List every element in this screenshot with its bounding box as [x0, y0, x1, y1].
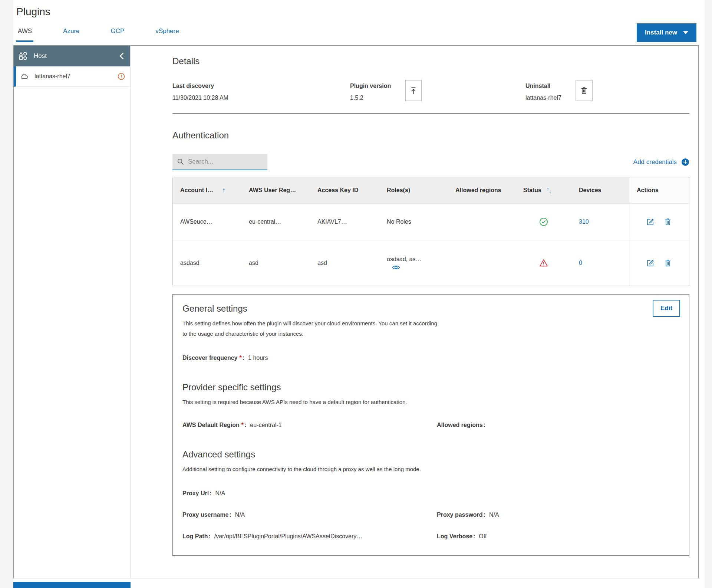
uninstall-value: lattanas-rhel7 — [525, 95, 561, 101]
cell-access-key: AKIAVL7… — [310, 204, 379, 240]
sidebar: Host lattanas-rhel7 — [14, 46, 131, 578]
credentials-table-header: Account I… ↑ AWS User Reg… Access Key ID… — [173, 177, 689, 203]
col-header-access-key: Access Key ID — [310, 177, 379, 203]
eye-icon[interactable] — [392, 265, 400, 270]
cell-status — [516, 240, 571, 286]
add-circle-icon — [681, 158, 689, 166]
cell-actions — [629, 204, 689, 240]
discover-frequency-field: Discover frequency*:1 hours — [182, 355, 679, 361]
roles-text: asdsad, as… — [387, 256, 421, 263]
sidebar-header: Host — [14, 46, 130, 66]
aws-default-region-field: AWS Default Region*:eu-central-1 — [182, 422, 437, 428]
discover-frequency-value: 1 hours — [248, 355, 268, 361]
general-settings-description: This setting defines how often the plugi… — [182, 318, 438, 339]
tab-azure[interactable]: Azure — [62, 27, 81, 42]
advanced-settings-heading: Advanced settings — [182, 449, 679, 460]
col-header-roles: Roles(s) — [379, 177, 448, 203]
cell-roles: No Roles — [379, 204, 448, 240]
last-discovery-value: 11/30/2021 10:28 AM — [172, 95, 228, 101]
trash-icon — [580, 86, 588, 95]
col-header-user-region: AWS User Reg… — [241, 177, 310, 203]
sidebar-item-label: lattanas-rhel7 — [34, 73, 112, 80]
plugins-page: Plugins AWS Azure GCP vSphere Install ne… — [13, 0, 705, 588]
tab-vsphere[interactable]: vSphere — [154, 27, 180, 42]
devices-link[interactable]: 0 — [579, 260, 582, 266]
install-new-label: Install new — [645, 29, 677, 36]
chevron-left-icon[interactable] — [119, 52, 124, 60]
section-divider — [172, 113, 689, 114]
devices-link[interactable]: 310 — [579, 219, 589, 225]
add-credentials-label: Add credentials — [633, 158, 677, 166]
tab-bar: AWS Azure GCP vSphere — [16, 27, 181, 42]
cell-devices: 310 — [571, 204, 629, 240]
sidebar-header-label: Host — [34, 52, 113, 60]
trash-icon — [664, 218, 672, 226]
col-header-actions: Actions — [629, 177, 689, 203]
settings-card: Edit General settings This setting defin… — [172, 294, 689, 556]
edit-icon — [646, 259, 655, 267]
log-path-value: /var/opt/BESPluginPortal/Plugins/AWSAsse… — [214, 533, 363, 539]
cell-user-region: asd — [241, 240, 310, 286]
edit-credential-button[interactable] — [646, 218, 655, 226]
col-header-devices: Devices — [571, 177, 629, 203]
uninstall-plugin-button[interactable] — [576, 80, 593, 101]
edit-credential-button[interactable] — [646, 259, 655, 267]
table-row: asdasd asd asd asdsad, as… — [173, 240, 689, 286]
host-categories-icon — [18, 51, 28, 61]
cell-roles: asdsad, as… — [379, 240, 448, 286]
details-row: Last discovery 11/30/2021 10:28 AM Plugi… — [172, 83, 689, 101]
proxy-password-field: Proxy password:N/A — [437, 512, 679, 518]
sort-ascending-icon: ↑ — [222, 186, 226, 194]
check-circle-icon — [539, 217, 548, 226]
delete-credential-button[interactable] — [664, 259, 672, 267]
col-header-allowed-regions: Allowed regions — [448, 177, 516, 203]
upload-icon — [409, 86, 418, 95]
general-settings-heading: General settings — [182, 303, 679, 314]
edit-icon — [646, 218, 655, 226]
install-new-button[interactable]: Install new — [637, 23, 696, 42]
search-box — [172, 154, 267, 170]
cell-allowed-regions — [448, 204, 516, 240]
cell-status — [516, 204, 571, 240]
col-header-account[interactable]: Account I… ↑ — [173, 177, 241, 203]
last-discovery-field: Last discovery 11/30/2021 10:28 AM — [172, 83, 350, 101]
col-header-status[interactable]: Status ↑↓ — [516, 177, 571, 203]
cell-actions — [629, 240, 689, 286]
uninstall-field: Uninstall lattanas-rhel7 — [525, 83, 593, 101]
plugin-version-value: 1.5.2 — [350, 95, 391, 101]
sort-both-icon: ↑↓ — [547, 187, 551, 193]
provider-settings-description: This setting is required because AWS API… — [182, 397, 438, 407]
delete-credential-button[interactable] — [664, 218, 672, 226]
table-row: AWSeuce… eu-central… AKIAVL7… No Roles — [173, 203, 689, 240]
proxy-url-field: Proxy Url:N/A — [182, 490, 679, 497]
cloud-icon — [20, 73, 29, 79]
last-discovery-label: Last discovery — [172, 83, 228, 89]
details-panel: Details Last discovery 11/30/2021 10:28 … — [131, 46, 698, 578]
tab-aws[interactable]: AWS — [16, 27, 33, 42]
upgrade-plugin-button[interactable] — [405, 80, 422, 101]
cell-devices: 0 — [571, 240, 629, 286]
search-input[interactable] — [188, 158, 263, 165]
tab-gcp[interactable]: GCP — [109, 27, 126, 42]
authentication-heading: Authentication — [172, 130, 689, 141]
log-verbose-field: Log Verbose:Off — [437, 533, 679, 540]
edit-settings-button[interactable]: Edit — [653, 300, 680, 317]
uninstall-label: Uninstall — [525, 83, 561, 89]
proxy-username-field: Proxy username:N/A — [182, 512, 437, 518]
details-heading: Details — [172, 56, 689, 66]
aws-default-region-value: eu-central-1 — [250, 422, 281, 428]
cell-account: AWSeuce… — [173, 204, 241, 240]
plugin-version-field: Plugin version 1.5.2 — [350, 83, 525, 101]
plugin-version-label: Plugin version — [350, 83, 391, 89]
caret-down-icon — [683, 31, 688, 34]
add-credentials-button[interactable]: Add credentials — [633, 158, 689, 166]
cell-account: asdasd — [173, 240, 241, 286]
trash-icon — [664, 259, 672, 267]
search-icon — [177, 158, 184, 165]
credentials-table-body: AWSeuce… eu-central… AKIAVL7… No Roles — [173, 203, 689, 286]
allowed-regions-field: Allowed regions: — [437, 422, 679, 428]
log-verbose-value: Off — [479, 533, 487, 539]
cell-access-key: asd — [310, 240, 379, 286]
page-title: Plugins — [16, 6, 50, 18]
sidebar-item-host[interactable]: lattanas-rhel7 — [14, 66, 130, 87]
